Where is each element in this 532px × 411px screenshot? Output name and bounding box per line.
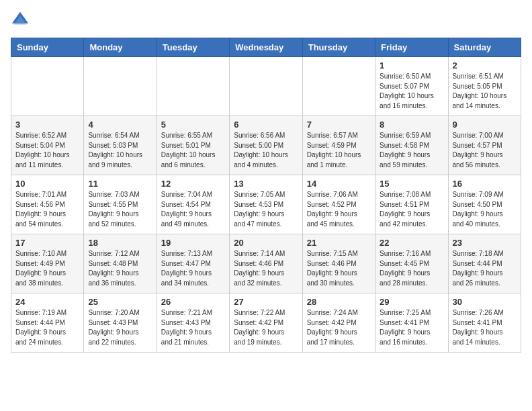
calendar-cell: 29Sunrise: 7:25 AM Sunset: 4:41 PM Dayli…: [375, 293, 448, 353]
day-number: 6: [234, 120, 298, 130]
day-number: 22: [380, 238, 443, 248]
weekday-header-sunday: Sunday: [11, 38, 84, 57]
calendar-cell: 4Sunrise: 6:54 AM Sunset: 5:03 PM Daylig…: [84, 116, 157, 175]
day-number: 2: [453, 60, 517, 71]
weekday-header-friday: Friday: [375, 38, 448, 57]
calendar-cell: 11Sunrise: 7:03 AM Sunset: 4:55 PM Dayli…: [84, 175, 157, 234]
calendar-cell: 14Sunrise: 7:06 AM Sunset: 4:52 PM Dayli…: [302, 175, 375, 234]
day-info: Sunrise: 7:26 AM Sunset: 4:41 PM Dayligh…: [453, 308, 517, 347]
day-number: 7: [307, 120, 371, 130]
day-info: Sunrise: 7:22 AM Sunset: 4:42 PM Dayligh…: [234, 308, 298, 347]
day-info: Sunrise: 7:01 AM Sunset: 4:56 PM Dayligh…: [15, 190, 79, 229]
weekday-header-monday: Monday: [84, 38, 157, 57]
day-number: 9: [453, 120, 517, 130]
calendar-cell: 25Sunrise: 7:20 AM Sunset: 4:43 PM Dayli…: [84, 293, 157, 353]
day-number: 12: [161, 179, 225, 189]
day-number: 8: [380, 120, 443, 130]
day-info: Sunrise: 7:12 AM Sunset: 4:48 PM Dayligh…: [88, 249, 152, 288]
weekday-header-tuesday: Tuesday: [157, 38, 229, 57]
weekday-header-saturday: Saturday: [448, 38, 521, 57]
day-number: 20: [234, 238, 298, 248]
calendar-cell: 15Sunrise: 7:08 AM Sunset: 4:51 PM Dayli…: [375, 175, 448, 234]
weekday-header-thursday: Thursday: [302, 38, 375, 57]
day-info: Sunrise: 6:59 AM Sunset: 4:58 PM Dayligh…: [380, 131, 443, 170]
calendar-cell: [230, 57, 302, 116]
day-info: Sunrise: 7:25 AM Sunset: 4:41 PM Dayligh…: [380, 308, 443, 347]
calendar-cell: 8Sunrise: 6:59 AM Sunset: 4:58 PM Daylig…: [375, 116, 448, 175]
calendar-cell: 22Sunrise: 7:16 AM Sunset: 4:45 PM Dayli…: [375, 234, 448, 293]
calendar-cell: 5Sunrise: 6:55 AM Sunset: 5:01 PM Daylig…: [157, 116, 229, 175]
day-number: 16: [453, 179, 517, 189]
calendar-cell: 17Sunrise: 7:10 AM Sunset: 4:49 PM Dayli…: [11, 234, 84, 293]
day-info: Sunrise: 6:52 AM Sunset: 5:04 PM Dayligh…: [15, 131, 79, 170]
day-info: Sunrise: 6:50 AM Sunset: 5:07 PM Dayligh…: [380, 72, 443, 111]
day-info: Sunrise: 7:08 AM Sunset: 4:51 PM Dayligh…: [380, 190, 443, 229]
day-number: 21: [307, 238, 371, 248]
calendar-week-5: 24Sunrise: 7:19 AM Sunset: 4:44 PM Dayli…: [11, 293, 521, 353]
day-info: Sunrise: 7:13 AM Sunset: 4:47 PM Dayligh…: [161, 249, 225, 288]
day-info: Sunrise: 6:51 AM Sunset: 5:05 PM Dayligh…: [453, 72, 517, 111]
day-info: Sunrise: 7:03 AM Sunset: 4:55 PM Dayligh…: [88, 190, 152, 229]
day-info: Sunrise: 7:00 AM Sunset: 4:57 PM Dayligh…: [453, 131, 517, 170]
day-info: Sunrise: 7:10 AM Sunset: 4:49 PM Dayligh…: [15, 249, 79, 288]
calendar-cell: 10Sunrise: 7:01 AM Sunset: 4:56 PM Dayli…: [11, 175, 84, 234]
day-info: Sunrise: 7:06 AM Sunset: 4:52 PM Dayligh…: [307, 190, 371, 229]
calendar-week-4: 17Sunrise: 7:10 AM Sunset: 4:49 PM Dayli…: [11, 234, 521, 293]
calendar-week-3: 10Sunrise: 7:01 AM Sunset: 4:56 PM Dayli…: [11, 175, 521, 234]
calendar-header-row: SundayMondayTuesdayWednesdayThursdayFrid…: [11, 38, 521, 57]
day-number: 5: [161, 120, 225, 130]
calendar-cell: 24Sunrise: 7:19 AM Sunset: 4:44 PM Dayli…: [11, 293, 84, 353]
day-info: Sunrise: 7:09 AM Sunset: 4:50 PM Dayligh…: [453, 190, 517, 229]
day-number: 25: [88, 297, 152, 307]
day-number: 15: [380, 179, 443, 189]
day-info: Sunrise: 7:05 AM Sunset: 4:53 PM Dayligh…: [234, 190, 298, 229]
calendar-cell: 23Sunrise: 7:18 AM Sunset: 4:44 PM Dayli…: [448, 234, 521, 293]
day-info: Sunrise: 7:21 AM Sunset: 4:43 PM Dayligh…: [161, 308, 225, 347]
calendar-cell: 1Sunrise: 6:50 AM Sunset: 5:07 PM Daylig…: [375, 57, 448, 116]
calendar-cell: 13Sunrise: 7:05 AM Sunset: 4:53 PM Dayli…: [230, 175, 302, 234]
calendar-cell: 19Sunrise: 7:13 AM Sunset: 4:47 PM Dayli…: [157, 234, 229, 293]
day-info: Sunrise: 7:14 AM Sunset: 4:46 PM Dayligh…: [234, 249, 298, 288]
day-number: 30: [453, 297, 517, 307]
calendar-cell: 21Sunrise: 7:15 AM Sunset: 4:46 PM Dayli…: [302, 234, 375, 293]
day-number: 18: [88, 238, 152, 248]
day-number: 26: [161, 297, 225, 307]
day-number: 24: [15, 297, 79, 307]
calendar-cell: 7Sunrise: 6:57 AM Sunset: 4:59 PM Daylig…: [302, 116, 375, 175]
day-info: Sunrise: 7:16 AM Sunset: 4:45 PM Dayligh…: [380, 249, 443, 288]
day-number: 13: [234, 179, 298, 189]
calendar-cell: 16Sunrise: 7:09 AM Sunset: 4:50 PM Dayli…: [448, 175, 521, 234]
day-info: Sunrise: 6:57 AM Sunset: 4:59 PM Dayligh…: [307, 131, 371, 170]
day-info: Sunrise: 7:24 AM Sunset: 4:42 PM Dayligh…: [307, 308, 371, 347]
calendar-cell: 27Sunrise: 7:22 AM Sunset: 4:42 PM Dayli…: [230, 293, 302, 353]
calendar-week-2: 3Sunrise: 6:52 AM Sunset: 5:04 PM Daylig…: [11, 116, 521, 175]
calendar-cell: 9Sunrise: 7:00 AM Sunset: 4:57 PM Daylig…: [448, 116, 521, 175]
day-info: Sunrise: 7:18 AM Sunset: 4:44 PM Dayligh…: [453, 249, 517, 288]
calendar-cell: 6Sunrise: 6:56 AM Sunset: 5:00 PM Daylig…: [230, 116, 302, 175]
calendar-week-1: 1Sunrise: 6:50 AM Sunset: 5:07 PM Daylig…: [11, 57, 521, 116]
calendar-cell: 3Sunrise: 6:52 AM Sunset: 5:04 PM Daylig…: [11, 116, 84, 175]
logo: [11, 11, 32, 30]
calendar-cell: [11, 57, 84, 116]
day-info: Sunrise: 7:04 AM Sunset: 4:54 PM Dayligh…: [161, 190, 225, 229]
calendar-table: SundayMondayTuesdayWednesdayThursdayFrid…: [11, 38, 521, 353]
day-number: 29: [380, 297, 443, 307]
day-number: 10: [15, 179, 79, 189]
day-info: Sunrise: 6:55 AM Sunset: 5:01 PM Dayligh…: [161, 131, 225, 170]
day-number: 28: [307, 297, 371, 307]
day-number: 4: [88, 120, 152, 130]
calendar-cell: 26Sunrise: 7:21 AM Sunset: 4:43 PM Dayli…: [157, 293, 229, 353]
calendar-cell: [84, 57, 157, 116]
logo-icon: [11, 11, 30, 30]
day-info: Sunrise: 7:15 AM Sunset: 4:46 PM Dayligh…: [307, 249, 371, 288]
day-info: Sunrise: 7:19 AM Sunset: 4:44 PM Dayligh…: [15, 308, 79, 347]
calendar-cell: 30Sunrise: 7:26 AM Sunset: 4:41 PM Dayli…: [448, 293, 521, 353]
day-number: 3: [15, 120, 79, 130]
calendar-cell: 20Sunrise: 7:14 AM Sunset: 4:46 PM Dayli…: [230, 234, 302, 293]
day-number: 14: [307, 179, 371, 189]
day-number: 27: [234, 297, 298, 307]
day-number: 19: [161, 238, 225, 248]
day-info: Sunrise: 6:56 AM Sunset: 5:00 PM Dayligh…: [234, 131, 298, 170]
day-number: 17: [15, 238, 79, 248]
calendar-cell: 28Sunrise: 7:24 AM Sunset: 4:42 PM Dayli…: [302, 293, 375, 353]
